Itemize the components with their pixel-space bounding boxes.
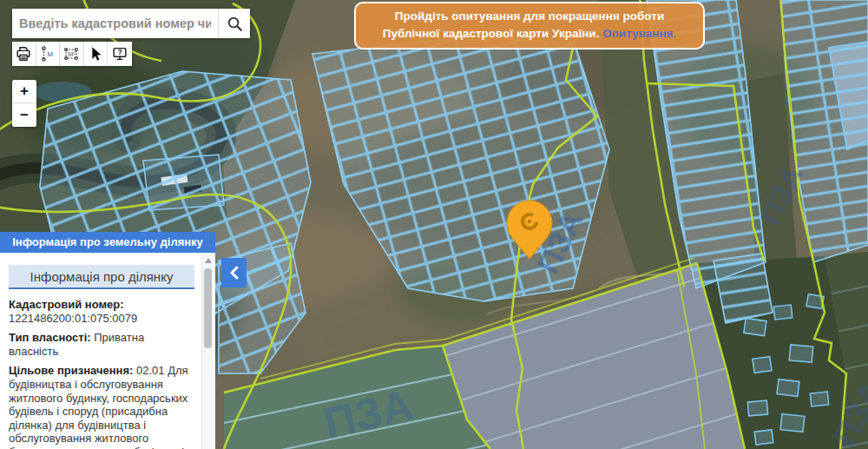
zoom-controls: + − — [12, 80, 36, 127]
chevron-left-icon — [228, 265, 240, 281]
svg-text:M²: M² — [69, 50, 76, 58]
panel-body: Інформація про ділянку Кадастровий номер… — [0, 253, 215, 449]
search-input[interactable] — [12, 9, 218, 38]
svg-text:M: M — [47, 50, 52, 58]
field-ownership-type: Тип власності: Приватна власність — [9, 331, 193, 358]
help-button[interactable]: ? — [108, 42, 132, 66]
zoom-in-button[interactable]: + — [12, 80, 36, 103]
help-monitor-icon: ? — [111, 45, 128, 63]
svg-text:?: ? — [117, 48, 122, 56]
pointer-tool-button[interactable] — [84, 42, 108, 66]
panel-title: Інформація про земельну ділянку — [0, 232, 215, 253]
parcel-info-panel: Інформація про земельну ділянку Інформац… — [0, 232, 215, 449]
measure-area-icon: M² — [62, 45, 80, 63]
field-designated-purpose: Цільове призначення: 02.01 Для будівницт… — [9, 364, 193, 449]
print-button[interactable] — [12, 42, 36, 66]
map-toolbar: M M² ? — [12, 42, 132, 66]
measure-area-button[interactable]: M² — [60, 42, 84, 66]
printer-icon — [15, 45, 32, 63]
measure-length-button[interactable]: M — [36, 42, 61, 66]
scroll-up-icon[interactable] — [205, 258, 212, 263]
panel-collapse-button[interactable] — [221, 258, 247, 287]
search-button[interactable] — [218, 9, 250, 38]
panel-scrollbar[interactable] — [201, 253, 214, 449]
search-bar — [12, 9, 250, 38]
measure-length-icon: M — [39, 45, 56, 63]
survey-banner: Пройдіть опитування для покращення робот… — [354, 2, 705, 50]
cursor-icon — [87, 45, 104, 63]
search-icon — [226, 15, 244, 33]
cadastral-map-app: ПЗА ПЗА ПЗА ПЗА — [0, 0, 868, 449]
survey-link[interactable]: Опитування. — [602, 27, 676, 40]
zoom-out-button[interactable]: − — [12, 103, 36, 127]
field-cadastral-number: Кадастровий номер: 1221486200:01:075:007… — [9, 298, 193, 325]
scrollbar-thumb[interactable] — [204, 268, 212, 348]
panel-section-title: Інформація про ділянку — [9, 265, 194, 289]
